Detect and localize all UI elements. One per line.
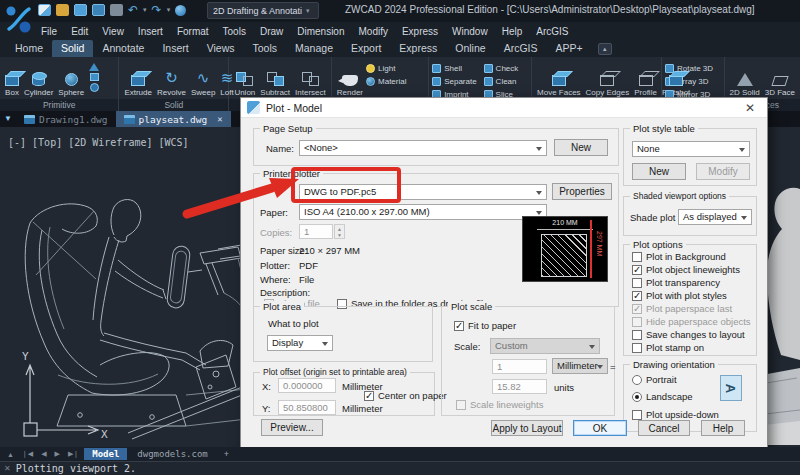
- tab-insert[interactable]: Insert: [153, 40, 197, 57]
- doc-tab-drawing1[interactable]: Drawing1.dwg: [16, 111, 116, 127]
- tab-manage[interactable]: Manage: [286, 40, 342, 57]
- menu-edit[interactable]: Edit: [64, 26, 95, 37]
- redo-icon[interactable]: ↷: [152, 4, 162, 16]
- menu-modify[interactable]: Modify: [352, 26, 395, 37]
- shade-plot-dropdown[interactable]: As displayed: [678, 209, 752, 225]
- command-close-icon[interactable]: ✕: [4, 464, 11, 473]
- portrait-radio[interactable]: Portrait: [632, 374, 677, 385]
- menu-express[interactable]: Express: [395, 26, 445, 37]
- tab-express[interactable]: Express: [390, 40, 446, 57]
- fit-to-paper-checkbox[interactable]: Fit to paper: [454, 320, 516, 331]
- sweep-button[interactable]: ∿Sweep: [189, 59, 217, 99]
- tab-home[interactable]: Home: [6, 40, 52, 57]
- doc-tab-playseat[interactable]: playseat.dwg ✕: [116, 111, 231, 127]
- scale-unit-dropdown[interactable]: Millimeter: [552, 358, 608, 374]
- tab-model[interactable]: Model: [84, 448, 127, 460]
- add-layout-icon[interactable]: +: [218, 449, 235, 459]
- plot-with-plot-styles-checkbox[interactable]: Plot with plot styles: [632, 290, 727, 301]
- primitive-more-buttons[interactable]: [87, 59, 101, 92]
- new-file-icon[interactable]: [38, 4, 51, 16]
- shell-button[interactable]: Shell: [432, 63, 476, 74]
- tab-arcgis[interactable]: ArcGIS: [495, 40, 547, 57]
- move-faces-button[interactable]: Move Faces: [535, 59, 583, 99]
- first-tab-icon[interactable]: ❘◀: [19, 450, 36, 458]
- check-button[interactable]: Check: [484, 63, 519, 74]
- cylinder-button[interactable]: Cylinder: [22, 59, 55, 99]
- viewport-controls-label[interactable]: [-] [Top] [2D Wireframe] [WCS]: [8, 137, 189, 148]
- sphere-button[interactable]: Sphere: [56, 59, 86, 99]
- intersect-button[interactable]: Intersect: [293, 59, 328, 99]
- plot-dialog-titlebar[interactable]: Plot - Model ✕: [241, 98, 767, 118]
- subtract-button[interactable]: Subtract: [258, 59, 292, 99]
- prev-tab-icon[interactable]: ◀: [38, 450, 49, 458]
- separate-button[interactable]: Separate: [432, 76, 476, 87]
- save-as-icon[interactable]: [92, 4, 105, 16]
- cancel-button[interactable]: Cancel: [638, 420, 690, 436]
- menu-insert[interactable]: Insert: [131, 26, 170, 37]
- undo-icon[interactable]: ↶: [128, 4, 138, 16]
- clean-button[interactable]: Clean: [484, 76, 519, 87]
- copy-edges-button[interactable]: Copy Edges: [584, 59, 632, 99]
- undo-caret-icon[interactable]: ▾: [143, 4, 147, 16]
- tab-export[interactable]: Export: [342, 40, 390, 57]
- box-button[interactable]: Box: [3, 59, 21, 99]
- extrude-button[interactable]: Extrude: [122, 59, 154, 99]
- ribbon-collapse-icon[interactable]: ▴: [598, 43, 612, 55]
- tab-tools[interactable]: Tools: [244, 40, 287, 57]
- tab-online[interactable]: Online: [446, 40, 494, 57]
- menu-tools[interactable]: Tools: [216, 26, 253, 37]
- 2d-solid-button[interactable]: 2D Solid: [728, 59, 762, 99]
- doc-tab-menu-icon[interactable]: ▼: [0, 111, 16, 127]
- menu-arcgis[interactable]: ArcGIS: [529, 26, 575, 37]
- menu-draw[interactable]: Draw: [253, 26, 290, 37]
- menu-format[interactable]: Format: [170, 26, 216, 37]
- plot-object-lineweights-checkbox[interactable]: Plot object lineweights: [632, 264, 740, 275]
- redo-caret-icon[interactable]: ▾: [167, 4, 171, 16]
- landscape-radio[interactable]: Landscape: [632, 391, 692, 402]
- tab-annotate[interactable]: Annotate: [93, 40, 153, 57]
- ok-button[interactable]: OK: [573, 420, 627, 436]
- menu-help[interactable]: Help: [495, 26, 530, 37]
- menu-file[interactable]: File: [34, 26, 64, 37]
- workspace-icon[interactable]: [175, 5, 186, 16]
- expand-icon[interactable]: ▲: [4, 451, 17, 458]
- center-on-paper-checkbox[interactable]: Center on paper: [364, 390, 447, 401]
- command-line[interactable]: ✕ Plotting viewport 2.: [0, 461, 800, 475]
- apply-to-layout-button[interactable]: Apply to Layout: [491, 420, 563, 436]
- dialog-close-icon[interactable]: ✕: [739, 101, 761, 115]
- plot-in-background-checkbox[interactable]: Plot in Background: [632, 251, 726, 262]
- tab-app-plus[interactable]: APP+: [546, 40, 591, 57]
- paper-dropdown[interactable]: ISO A4 (210.00 x 297.00 MM): [299, 204, 547, 220]
- last-tab-icon[interactable]: ▶❘: [65, 450, 82, 458]
- workspace-switcher[interactable]: 2D Drafting & Annotati ▾: [207, 2, 319, 19]
- tab-dwgmodels[interactable]: dwgmodels.com: [129, 448, 215, 460]
- what-to-plot-dropdown[interactable]: Display: [267, 335, 333, 351]
- save-icon[interactable]: [74, 4, 87, 16]
- help-button[interactable]: Help: [701, 420, 745, 436]
- plot-style-dropdown[interactable]: None: [632, 141, 750, 157]
- preview-button[interactable]: Preview...: [261, 419, 323, 436]
- profile-button[interactable]: Profile: [632, 59, 659, 99]
- close-tab-icon[interactable]: ✕: [217, 114, 222, 124]
- open-file-icon[interactable]: [56, 4, 69, 16]
- plot-icon[interactable]: [110, 4, 123, 16]
- material-button[interactable]: Material: [366, 76, 406, 87]
- style-new-button[interactable]: New: [632, 163, 686, 180]
- printer-dropdown[interactable]: DWG to PDF.pc5: [299, 184, 547, 200]
- light-button[interactable]: Light: [366, 63, 406, 74]
- menu-dimension[interactable]: Dimension: [290, 26, 351, 37]
- 3d-face-button[interactable]: 3D Face: [763, 59, 797, 99]
- plot-transparency-checkbox[interactable]: Plot transparency: [632, 277, 720, 288]
- next-tab-icon[interactable]: ▶: [52, 450, 63, 458]
- revolve-button[interactable]: ↻Revolve: [155, 59, 188, 99]
- save-changes-to-layout-checkbox[interactable]: Save changes to layout: [632, 329, 745, 340]
- plot-upside-down-checkbox[interactable]: Plot upside-down: [632, 409, 719, 420]
- page-setup-new-button[interactable]: New: [554, 139, 608, 156]
- union-button[interactable]: Union: [232, 59, 257, 99]
- render-button[interactable]: Render: [335, 59, 365, 99]
- menu-view[interactable]: View: [95, 26, 131, 37]
- tab-solid[interactable]: Solid: [52, 40, 93, 57]
- tab-views[interactable]: Views: [198, 40, 244, 57]
- properties-button[interactable]: Properties: [552, 183, 612, 200]
- page-setup-name-dropdown[interactable]: <None>: [299, 140, 547, 156]
